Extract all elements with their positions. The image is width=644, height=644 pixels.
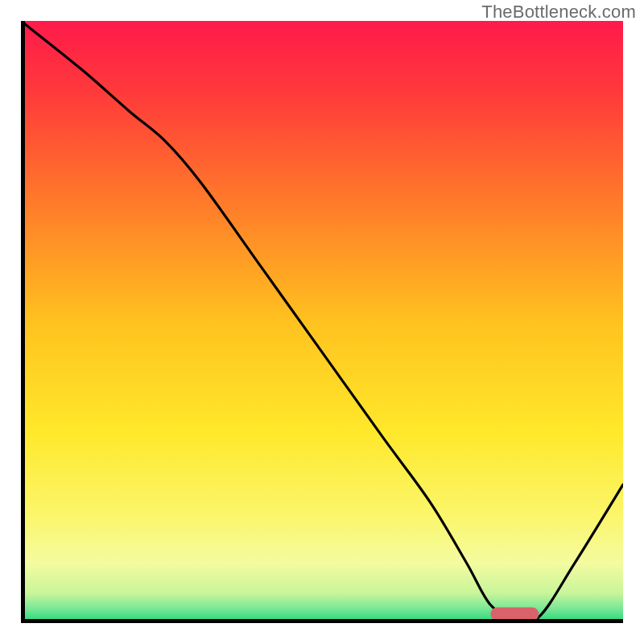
chart-svg bbox=[21, 21, 623, 623]
optimal-range-marker bbox=[490, 608, 539, 621]
watermark-text: TheBottleneck.com bbox=[481, 2, 636, 23]
chart-container: TheBottleneck.com bbox=[0, 0, 644, 644]
plot-area bbox=[21, 21, 623, 623]
gradient-background bbox=[21, 21, 623, 623]
